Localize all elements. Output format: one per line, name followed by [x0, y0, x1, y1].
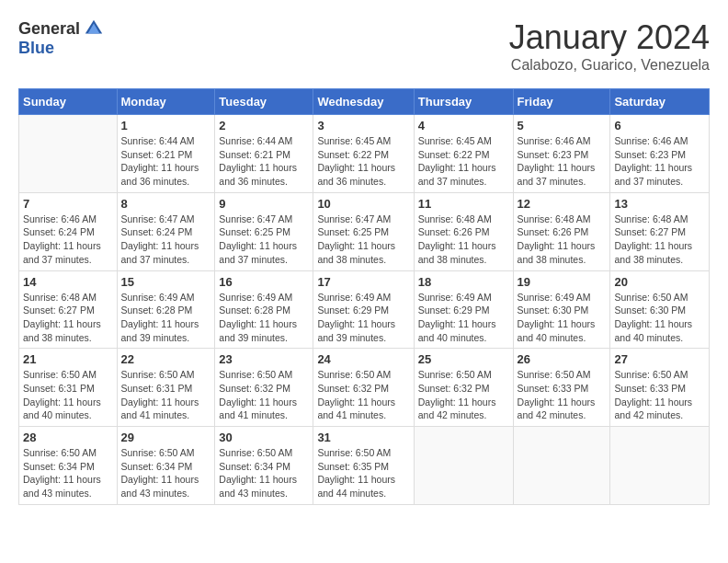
calendar-cell: 19Sunrise: 6:49 AMSunset: 6:30 PMDayligh…: [513, 270, 610, 349]
calendar-cell: 23Sunrise: 6:50 AMSunset: 6:32 PMDayligh…: [215, 349, 313, 427]
calendar-cell: [19, 115, 118, 193]
weekday-header-monday: Monday: [117, 89, 215, 115]
calendar-cell: [414, 427, 513, 505]
calendar-cell: 3Sunrise: 6:45 AMSunset: 6:22 PMDaylight…: [313, 115, 414, 193]
calendar-cell: 27Sunrise: 6:50 AMSunset: 6:33 PMDayligh…: [610, 349, 710, 427]
day-number: 2: [219, 119, 309, 132]
day-info: Sunrise: 6:50 AMSunset: 6:34 PMDaylight:…: [121, 446, 211, 500]
calendar-week-5: 28Sunrise: 6:50 AMSunset: 6:34 PMDayligh…: [19, 427, 710, 505]
weekday-header-tuesday: Tuesday: [215, 89, 313, 115]
logo-icon: [84, 18, 104, 39]
day-info: Sunrise: 6:45 AMSunset: 6:22 PMDaylight:…: [418, 134, 509, 189]
day-number: 18: [418, 275, 509, 289]
day-info: Sunrise: 6:47 AMSunset: 6:25 PMDaylight:…: [219, 213, 309, 267]
logo-general: General: [18, 19, 80, 39]
calendar-week-3: 14Sunrise: 6:48 AMSunset: 6:27 PMDayligh…: [19, 270, 710, 349]
day-info: Sunrise: 6:49 AMSunset: 6:28 PMDaylight:…: [121, 291, 211, 345]
calendar-cell: 13Sunrise: 6:48 AMSunset: 6:27 PMDayligh…: [610, 192, 710, 270]
day-number: 31: [317, 431, 409, 444]
day-info: Sunrise: 6:46 AMSunset: 6:23 PMDaylight:…: [518, 134, 607, 189]
day-info: Sunrise: 6:46 AMSunset: 6:24 PMDaylight:…: [23, 213, 113, 267]
day-info: Sunrise: 6:50 AMSunset: 6:32 PMDaylight:…: [418, 368, 509, 422]
weekday-header-row: SundayMondayTuesdayWednesdayThursdayFrid…: [19, 89, 710, 115]
day-number: 1: [121, 119, 211, 132]
calendar-cell: 14Sunrise: 6:48 AMSunset: 6:27 PMDayligh…: [19, 270, 118, 349]
calendar-cell: 11Sunrise: 6:48 AMSunset: 6:26 PMDayligh…: [414, 192, 513, 270]
day-info: Sunrise: 6:48 AMSunset: 6:26 PMDaylight:…: [418, 213, 509, 267]
day-number: 23: [219, 352, 309, 366]
calendar-cell: 22Sunrise: 6:50 AMSunset: 6:31 PMDayligh…: [117, 349, 215, 427]
calendar-table: SundayMondayTuesdayWednesdayThursdayFrid…: [18, 88, 710, 505]
weekday-header-sunday: Sunday: [19, 89, 118, 115]
calendar-cell: 8Sunrise: 6:47 AMSunset: 6:24 PMDaylight…: [117, 192, 215, 270]
day-info: Sunrise: 6:48 AMSunset: 6:26 PMDaylight:…: [518, 213, 607, 267]
calendar-cell: 28Sunrise: 6:50 AMSunset: 6:34 PMDayligh…: [19, 427, 118, 505]
calendar-cell: 26Sunrise: 6:50 AMSunset: 6:33 PMDayligh…: [513, 349, 610, 427]
day-number: 24: [317, 352, 409, 366]
weekday-header-thursday: Thursday: [414, 89, 513, 115]
calendar-week-1: 1Sunrise: 6:44 AMSunset: 6:21 PMDaylight…: [19, 115, 710, 193]
day-number: 4: [418, 119, 509, 132]
calendar-cell: 10Sunrise: 6:47 AMSunset: 6:25 PMDayligh…: [313, 192, 414, 270]
day-info: Sunrise: 6:44 AMSunset: 6:21 PMDaylight:…: [219, 134, 309, 189]
day-info: Sunrise: 6:50 AMSunset: 6:34 PMDaylight:…: [23, 446, 113, 500]
calendar-cell: 30Sunrise: 6:50 AMSunset: 6:34 PMDayligh…: [215, 427, 313, 505]
day-number: 22: [121, 352, 211, 366]
calendar-cell: [513, 427, 610, 505]
day-number: 27: [614, 352, 705, 366]
weekday-header-wednesday: Wednesday: [313, 89, 414, 115]
day-info: Sunrise: 6:49 AMSunset: 6:30 PMDaylight:…: [518, 291, 607, 345]
day-number: 16: [219, 275, 309, 289]
calendar-cell: 7Sunrise: 6:46 AMSunset: 6:24 PMDaylight…: [19, 192, 118, 270]
day-info: Sunrise: 6:50 AMSunset: 6:30 PMDaylight:…: [614, 291, 705, 345]
day-info: Sunrise: 6:44 AMSunset: 6:21 PMDaylight:…: [121, 134, 211, 189]
day-number: 6: [614, 119, 705, 132]
calendar-week-4: 21Sunrise: 6:50 AMSunset: 6:31 PMDayligh…: [19, 349, 710, 427]
day-number: 7: [23, 197, 113, 211]
calendar-cell: 24Sunrise: 6:50 AMSunset: 6:32 PMDayligh…: [313, 349, 414, 427]
day-info: Sunrise: 6:47 AMSunset: 6:25 PMDaylight:…: [317, 213, 409, 267]
calendar-cell: 18Sunrise: 6:49 AMSunset: 6:29 PMDayligh…: [414, 270, 513, 349]
day-number: 14: [23, 275, 113, 289]
day-number: 15: [121, 275, 211, 289]
weekday-header-saturday: Saturday: [610, 89, 710, 115]
day-number: 26: [518, 352, 607, 366]
day-info: Sunrise: 6:49 AMSunset: 6:28 PMDaylight:…: [219, 291, 309, 345]
day-number: 9: [219, 197, 309, 211]
calendar-cell: 2Sunrise: 6:44 AMSunset: 6:21 PMDaylight…: [215, 115, 313, 193]
day-number: 29: [121, 431, 211, 444]
day-info: Sunrise: 6:50 AMSunset: 6:32 PMDaylight:…: [317, 368, 409, 422]
weekday-header-friday: Friday: [513, 89, 610, 115]
calendar-cell: 5Sunrise: 6:46 AMSunset: 6:23 PMDaylight…: [513, 115, 610, 193]
day-info: Sunrise: 6:45 AMSunset: 6:22 PMDaylight:…: [317, 134, 409, 189]
day-number: 8: [121, 197, 211, 211]
day-info: Sunrise: 6:50 AMSunset: 6:31 PMDaylight:…: [121, 368, 211, 422]
title-section: January 2024 Calabozo, Guarico, Venezuel…: [509, 18, 710, 74]
calendar-week-2: 7Sunrise: 6:46 AMSunset: 6:24 PMDaylight…: [19, 192, 710, 270]
day-info: Sunrise: 6:50 AMSunset: 6:33 PMDaylight:…: [614, 368, 705, 422]
day-info: Sunrise: 6:50 AMSunset: 6:34 PMDaylight:…: [219, 446, 309, 500]
calendar-cell: 4Sunrise: 6:45 AMSunset: 6:22 PMDaylight…: [414, 115, 513, 193]
day-number: 11: [418, 197, 509, 211]
day-number: 12: [518, 197, 607, 211]
day-number: 30: [219, 431, 309, 444]
calendar-cell: 12Sunrise: 6:48 AMSunset: 6:26 PMDayligh…: [513, 192, 610, 270]
month-title: January 2024: [509, 18, 710, 57]
day-number: 21: [23, 352, 113, 366]
calendar-cell: 15Sunrise: 6:49 AMSunset: 6:28 PMDayligh…: [117, 270, 215, 349]
day-info: Sunrise: 6:48 AMSunset: 6:27 PMDaylight:…: [23, 291, 113, 345]
location: Calabozo, Guarico, Venezuela: [509, 57, 710, 74]
day-info: Sunrise: 6:50 AMSunset: 6:32 PMDaylight:…: [219, 368, 309, 422]
calendar-cell: 1Sunrise: 6:44 AMSunset: 6:21 PMDaylight…: [117, 115, 215, 193]
day-number: 5: [518, 119, 607, 132]
calendar-cell: 29Sunrise: 6:50 AMSunset: 6:34 PMDayligh…: [117, 427, 215, 505]
calendar-cell: 21Sunrise: 6:50 AMSunset: 6:31 PMDayligh…: [19, 349, 118, 427]
calendar-cell: [610, 427, 710, 505]
logo: General Blue: [18, 18, 104, 58]
day-number: 10: [317, 197, 409, 211]
day-info: Sunrise: 6:49 AMSunset: 6:29 PMDaylight:…: [418, 291, 509, 345]
day-info: Sunrise: 6:50 AMSunset: 6:33 PMDaylight:…: [518, 368, 607, 422]
calendar-cell: 31Sunrise: 6:50 AMSunset: 6:35 PMDayligh…: [313, 427, 414, 505]
day-info: Sunrise: 6:46 AMSunset: 6:23 PMDaylight:…: [614, 134, 705, 189]
day-number: 28: [23, 431, 113, 444]
